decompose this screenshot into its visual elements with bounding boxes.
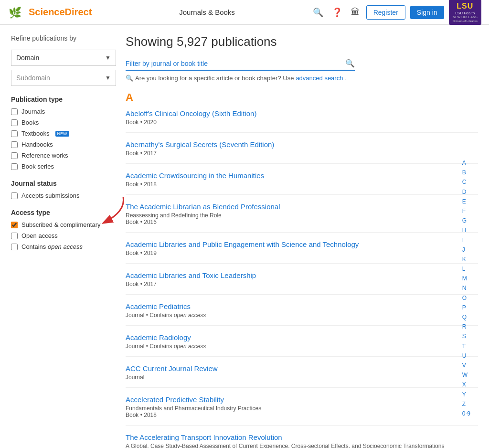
pub-type-textbooks[interactable]: Textbooks NEW xyxy=(11,130,116,137)
books-checkbox[interactable] xyxy=(11,119,18,126)
pub-title[interactable]: Academic Crowdsourcing in the Humanities xyxy=(126,171,478,180)
logo-area: 🌿 ScienceDirect xyxy=(8,4,92,21)
pub-type-book-series[interactable]: Book series xyxy=(11,163,116,170)
list-item: Abernathy's Surgical Secrets (Seventh Ed… xyxy=(126,140,478,164)
contains-open-access-checkbox[interactable] xyxy=(11,244,18,250)
alpha-U[interactable]: U xyxy=(462,352,470,361)
pub-meta: Book • 2017 xyxy=(126,281,478,288)
alpha-D[interactable]: D xyxy=(462,188,470,197)
pub-type-books[interactable]: Books xyxy=(11,119,116,126)
contains-open-access-item[interactable]: Contains open access xyxy=(11,243,116,250)
alpha-I[interactable]: I xyxy=(462,236,470,245)
alpha-B[interactable]: B xyxy=(462,168,470,177)
domain-chevron-icon: ▼ xyxy=(105,54,111,61)
subdomain-chevron-icon: ▼ xyxy=(105,75,111,81)
textbooks-checkbox[interactable] xyxy=(11,130,18,137)
search-hint-text: Are you looking for a specific article o… xyxy=(135,75,294,82)
list-item: The Academic Librarian as Blended Profes… xyxy=(126,203,478,233)
alpha-X[interactable]: X xyxy=(462,380,470,389)
alpha-M[interactable]: M xyxy=(462,274,470,283)
advanced-search-link[interactable]: advanced search xyxy=(296,75,343,82)
open-access-item[interactable]: Open access xyxy=(11,232,116,239)
pub-type-journals[interactable]: Journals xyxy=(11,108,116,115)
pub-sub: Reassessing and Redefining the Role xyxy=(126,212,478,219)
new-badge: NEW xyxy=(55,131,69,137)
handbooks-label: Handbooks xyxy=(21,141,53,148)
alpha-H[interactable]: H xyxy=(462,226,470,235)
open-access-checkbox[interactable] xyxy=(11,233,18,239)
accepts-submissions-item[interactable]: Accepts submissions xyxy=(11,192,116,199)
journal-status-section: Journal status Accepts submissions xyxy=(11,180,116,199)
alpha-A[interactable]: A xyxy=(462,159,470,168)
list-item: Academic Radiology Journal • Contains op… xyxy=(126,333,478,357)
alpha-09[interactable]: 0-9 xyxy=(462,409,470,418)
signin-button[interactable]: Sign in xyxy=(410,6,444,19)
sidebar: Refine publications by Domain ▼ Subdomai… xyxy=(11,34,126,448)
alpha-N[interactable]: N xyxy=(462,284,470,293)
pub-type-reference-works[interactable]: Reference works xyxy=(11,152,116,159)
pub-title[interactable]: Abernathy's Surgical Secrets (Seventh Ed… xyxy=(126,140,478,149)
search-filter-input-wrap: 🔍 xyxy=(126,59,355,71)
reference-works-label: Reference works xyxy=(21,152,68,159)
main-container: Refine publications by Domain ▼ Subdomai… xyxy=(3,25,486,448)
pub-title[interactable]: ACC Current Journal Review xyxy=(126,364,478,373)
lsu-health-label: LSU Health xyxy=(455,11,475,16)
alpha-G[interactable]: G xyxy=(462,216,470,225)
institution-icon-btn[interactable]: 🏛 xyxy=(349,5,361,19)
reference-works-checkbox[interactable] xyxy=(11,152,18,159)
pub-title[interactable]: The Accelerating Transport Innovation Re… xyxy=(126,433,478,441)
pub-title[interactable]: Accelerated Predictive Stability xyxy=(126,395,478,404)
alpha-W[interactable]: W xyxy=(462,371,470,380)
lsu-city-label: NEW ORLEANS xyxy=(453,15,478,19)
main-nav: Journals & Books xyxy=(103,6,310,18)
alpha-S[interactable]: S xyxy=(462,332,470,341)
journals-label: Journals xyxy=(21,108,45,115)
list-item: Academic Libraries and Toxic Leadership … xyxy=(126,271,478,295)
alpha-O[interactable]: O xyxy=(462,294,470,303)
alpha-Y[interactable]: Y xyxy=(462,390,470,399)
accepts-submissions-checkbox[interactable] xyxy=(11,192,18,199)
alpha-F[interactable]: F xyxy=(462,207,470,216)
book-series-checkbox[interactable] xyxy=(11,163,18,170)
pub-title[interactable]: The Academic Librarian as Blended Profes… xyxy=(126,203,478,211)
pub-type-handbooks[interactable]: Handbooks xyxy=(11,141,116,148)
alpha-V[interactable]: V xyxy=(462,361,470,370)
lsu-logo: LSU LSU Health NEW ORLEANS Division of L… xyxy=(449,0,481,25)
domain-dropdown[interactable]: Domain ▼ xyxy=(11,50,116,66)
alpha-T[interactable]: T xyxy=(462,342,470,351)
pub-meta: Journal • Contains open access xyxy=(126,312,478,319)
alpha-R[interactable]: R xyxy=(462,322,470,331)
search-filter-input[interactable] xyxy=(126,60,345,67)
alpha-J[interactable]: J xyxy=(462,245,470,255)
handbooks-checkbox[interactable] xyxy=(11,141,18,148)
alpha-L[interactable]: L xyxy=(462,265,470,274)
register-button[interactable]: Register xyxy=(366,5,405,20)
alpha-Q[interactable]: Q xyxy=(462,313,470,322)
search-icon-btn[interactable]: 🔍 xyxy=(311,5,325,20)
pub-title[interactable]: Academic Pediatrics xyxy=(126,302,478,310)
pub-meta: Book • 2018 xyxy=(126,412,478,418)
books-label: Books xyxy=(21,119,39,126)
pub-title[interactable]: Academic Radiology xyxy=(126,333,478,341)
textbooks-label: Textbooks xyxy=(21,130,50,137)
pub-title[interactable]: Academic Libraries and Public Engagement… xyxy=(126,240,478,248)
alpha-P[interactable]: P xyxy=(462,303,470,312)
pub-title[interactable]: Academic Libraries and Toxic Leadership xyxy=(126,271,478,279)
refine-title: Refine publications by xyxy=(11,34,116,42)
pub-title[interactable]: Abeloff's Clinical Oncology (Sixth Editi… xyxy=(126,109,478,117)
subscribed-complimentary-item[interactable]: Subscribed & complimentary xyxy=(11,221,116,228)
content-wrap: Showing 5,927 publications 🔍 🔍 Are you l… xyxy=(126,34,478,448)
alpha-E[interactable]: E xyxy=(462,197,470,206)
pub-meta: Journal xyxy=(126,374,478,381)
pub-sub: A Global, Case Study-Based Assessment of… xyxy=(126,443,478,448)
subdomain-label: Subdomain xyxy=(16,74,50,82)
help-icon-btn[interactable]: ❓ xyxy=(330,5,344,20)
domain-label: Domain xyxy=(16,54,39,62)
alpha-K[interactable]: K xyxy=(462,255,470,264)
subscribed-complimentary-checkbox[interactable] xyxy=(11,222,18,228)
subdomain-dropdown[interactable]: Subdomain ▼ xyxy=(11,70,116,86)
journals-books-nav[interactable]: Journals & Books xyxy=(175,6,239,18)
alpha-C[interactable]: C xyxy=(462,178,470,187)
journals-checkbox[interactable] xyxy=(11,108,18,115)
alpha-Z[interactable]: Z xyxy=(462,400,470,409)
